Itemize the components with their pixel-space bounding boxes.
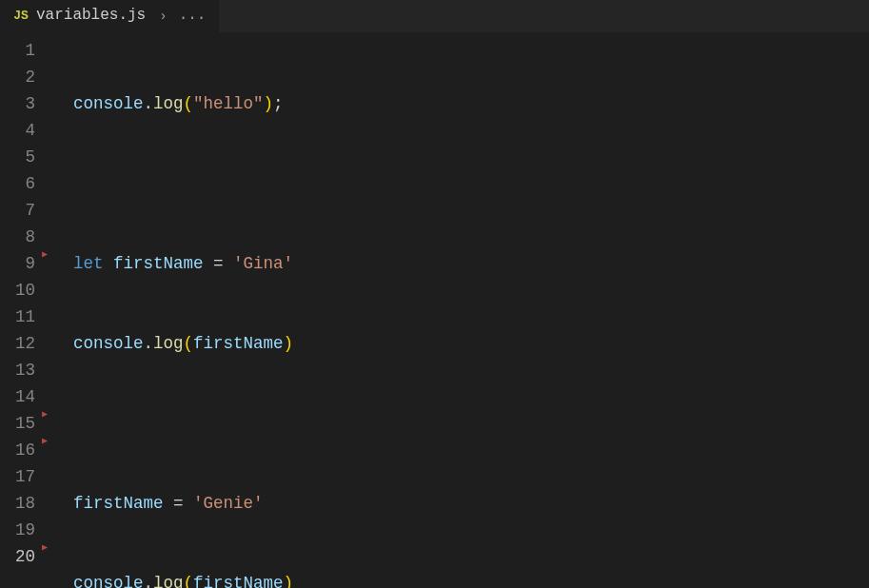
error-glyph-icon: ▶ — [39, 437, 50, 446]
line-number: 8 — [0, 224, 35, 250]
line-number: 20 — [0, 543, 35, 570]
code-line[interactable]: firstName = 'Genie' — [52, 490, 869, 517]
tab-filename: variables.js — [36, 4, 146, 29]
code-line[interactable]: console.log(firstName) — [52, 570, 869, 588]
line-number: 17 — [0, 463, 35, 490]
code-area[interactable]: console.log("hello"); let firstName = 'G… — [52, 37, 869, 588]
line-number: 1 — [0, 37, 35, 64]
line-number: 14 — [0, 383, 35, 410]
code-line[interactable]: console.log("hello"); — [52, 90, 869, 117]
line-number: 5 — [0, 144, 35, 170]
code-editor[interactable]: 12345678▶91011121314▶15▶16171819▶20 cons… — [0, 33, 869, 588]
code-line[interactable]: console.log(firstName) — [52, 330, 869, 357]
error-glyph-icon: ▶ — [39, 250, 50, 260]
line-number: 6 — [0, 170, 35, 197]
line-number: 3 — [0, 90, 35, 117]
code-line[interactable] — [52, 170, 869, 197]
line-number: 11 — [0, 304, 35, 330]
code-line[interactable]: let firstName = 'Gina' — [52, 250, 869, 277]
code-line[interactable] — [52, 410, 869, 437]
tab-bar: JS variables.js › ... — [0, 0, 869, 33]
editor-tab[interactable]: JS variables.js › ... — [0, 0, 219, 33]
error-glyph-icon: ▶ — [39, 543, 50, 553]
line-number: 2 — [0, 64, 35, 90]
line-number: 12 — [0, 330, 35, 357]
error-glyph-icon: ▶ — [39, 410, 50, 420]
line-number: 10 — [0, 277, 35, 304]
line-number: 13 — [0, 357, 35, 383]
line-number: 7 — [0, 197, 35, 224]
line-number: 15 — [0, 410, 35, 437]
javascript-file-icon: JS — [13, 9, 29, 24]
line-number-gutter: 12345678▶91011121314▶15▶16171819▶20 — [0, 37, 52, 588]
chevron-right-icon: › — [159, 6, 167, 27]
line-number: 19 — [0, 517, 35, 543]
line-number: 4 — [0, 117, 35, 144]
breadcrumb-ellipsis: ... — [179, 4, 207, 29]
line-number: 16 — [0, 437, 35, 463]
line-number: 9 — [0, 250, 35, 277]
line-number: 18 — [0, 490, 35, 517]
